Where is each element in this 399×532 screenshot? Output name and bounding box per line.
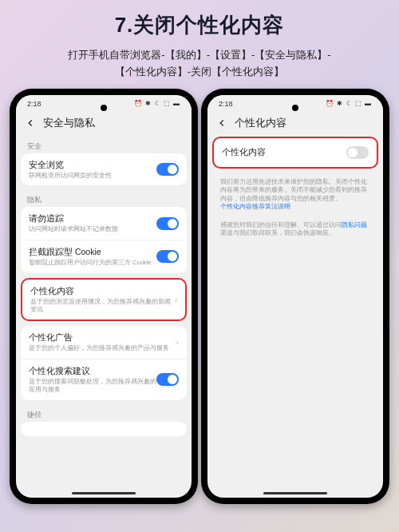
page-title: 7.关闭个性化内容	[0, 0, 399, 47]
camera-cutout	[292, 105, 298, 111]
back-icon[interactable]	[24, 117, 37, 129]
chevron-right-icon: ›	[176, 338, 179, 347]
header-title: 安全与隐私	[43, 116, 95, 130]
phone-left: 2:18 ⏰ ✱ ☾ ⬚ ▬ 安全与隐私 安全 安全浏览 联网检查所访问网页的安…	[10, 89, 198, 504]
row-personalized-content-highlight: 个性化内容 基于您的浏览器使用情况，为您推荐感兴趣的新闻资讯 ›	[21, 278, 187, 322]
status-icons: ⏰ ✱ ☾ ⬚ ▬	[134, 100, 180, 107]
row-toggle-highlight: 个性化内容	[212, 137, 378, 169]
nav-bar-icon[interactable]	[72, 492, 136, 494]
row-safe-browsing[interactable]: 安全浏览 联网检查所访问网页的安全性	[21, 153, 187, 186]
nav-bar-icon[interactable]	[263, 492, 327, 494]
toggle-do-not-track[interactable]	[156, 217, 179, 230]
instructions: 打开手机自带浏览器-【我的】-【设置】-【安全与隐私】- 【个性化内容】-关闭【…	[0, 47, 399, 89]
phone-mockups: 2:18 ⏰ ✱ ☾ ⬚ ▬ 安全与隐私 安全 安全浏览 联网检查所访问网页的安…	[0, 89, 399, 504]
section-privacy: 隐私	[21, 190, 187, 207]
toggle-personalized-content[interactable]	[346, 146, 369, 159]
algo-link[interactable]: 个性化内容推荐算法说明	[220, 203, 290, 210]
screen-header: 个性化内容	[207, 109, 383, 137]
section-security: 安全	[21, 137, 187, 153]
phone-right: 2:18 ⏰ ✱ ☾ ⬚ ▬ 个性化内容 个性化内容	[201, 89, 389, 504]
row-personalized-content[interactable]: 个性化内容 基于您的浏览器使用情况，为您推荐感兴趣的新闻资讯 ›	[22, 280, 185, 320]
section-shortcut: 捷径	[21, 405, 187, 422]
toggle-safe-browsing[interactable]	[156, 163, 179, 176]
status-time: 2:18	[27, 100, 41, 108]
camera-cutout	[101, 105, 107, 111]
chevron-right-icon: ›	[175, 296, 177, 304]
privacy-link[interactable]: 隐私问题	[342, 221, 367, 228]
description-text: 我们努力运用先进技术来保护您的隐私。关闭个性化内容将为您带来的服务。关闭不能减少…	[212, 173, 378, 216]
status-icons: ⏰ ✱ ☾ ⬚ ▬	[326, 100, 372, 107]
toggle-block-cookies[interactable]	[156, 250, 179, 263]
description-text-2: 感谢您对我们的信任和理解。可以通过访问隐私问题渠道与我们取得联系，我们会快速响应…	[212, 216, 378, 243]
toggle-personalized-search[interactable]	[156, 373, 179, 386]
row-do-not-track[interactable]: 请勿追踪 访问网站时请求网站不记录数据	[21, 207, 187, 240]
row-personalized-ads[interactable]: 个性化广告 基于您的个人偏好，为您推荐感兴趣的产品与服务 ›	[21, 326, 187, 359]
screen-header: 安全与隐私	[16, 109, 192, 137]
row-personalized-content-toggle[interactable]: 个性化内容	[214, 138, 377, 167]
back-icon[interactable]	[215, 117, 228, 129]
row-personalized-search[interactable]: 个性化搜索建议 基于您的搜索词脱敏处理，为您推荐感兴趣的应用与服务	[21, 359, 187, 400]
row-block-cookies[interactable]: 拦截跟踪型 Cookie 智能阻止跟踪用户访问行为的第三方 Cookie	[21, 240, 187, 273]
header-title: 个性化内容	[235, 116, 286, 130]
row-shortcut[interactable]	[21, 422, 187, 436]
status-time: 2:18	[219, 100, 233, 108]
